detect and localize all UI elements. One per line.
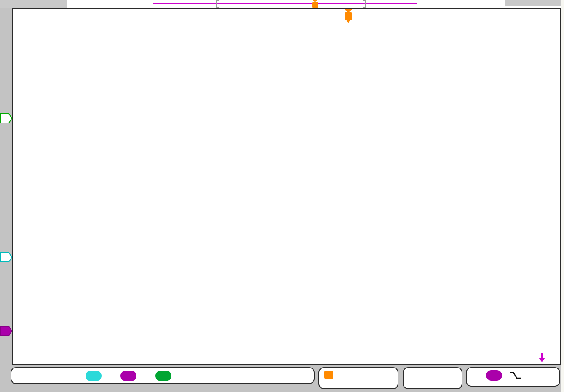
channel-3-marker: [0, 326, 13, 336]
graticule: [12, 8, 561, 365]
record-window-right-bracket-icon: [362, 0, 366, 8]
top-right-panel: [505, 0, 561, 6]
record-window-left-bracket-icon: [215, 0, 219, 8]
ch2-badge: [86, 371, 102, 381]
ch4-badge: [155, 371, 171, 381]
ch3-badge: [120, 371, 136, 381]
oscilloscope-screen: [0, 0, 564, 392]
trigger-position-flag-icon: [343, 9, 353, 25]
channel-readout-bar: [11, 367, 315, 384]
horizontal-readout-box: [318, 367, 398, 389]
record-trigger-t-icon: [311, 0, 319, 9]
right-strip: [561, 0, 564, 392]
waveform-canvas: [13, 9, 560, 364]
record-view-line: [153, 3, 417, 4]
channel-4-marker: [0, 113, 13, 123]
trigger-level-arrow-icon: [538, 353, 546, 363]
trigger-readout-box: [466, 367, 560, 387]
falling-edge-slope-icon: [508, 371, 522, 381]
acquisition-readout-box: [403, 367, 462, 389]
top-strip: [0, 0, 561, 8]
trigger-source-badge: [486, 370, 502, 381]
trigger-t-badge-icon: [324, 371, 333, 379]
logo-area: [0, 0, 67, 8]
channel-2-marker: [0, 252, 13, 262]
